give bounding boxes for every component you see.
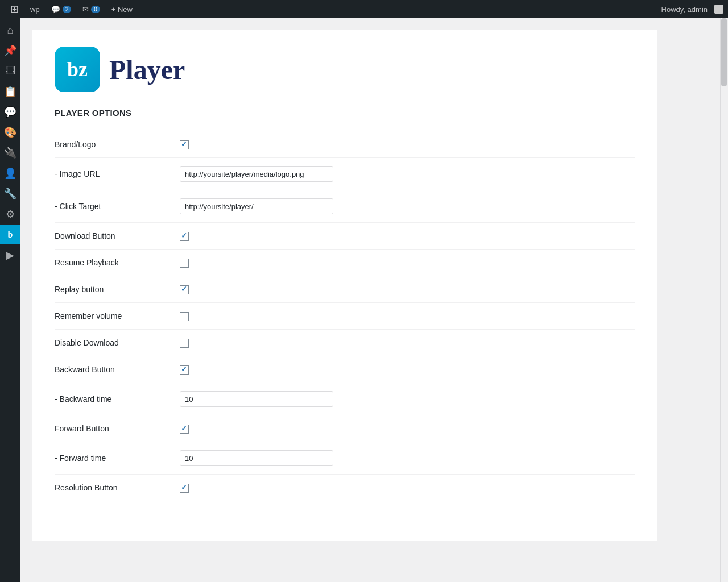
sidebar-item-posts[interactable]: 📌 (0, 41, 20, 60)
sidebar-item-dashboard[interactable]: ⌂ (0, 20, 20, 40)
download-button-checkbox[interactable] (180, 232, 189, 241)
replay-button-checkbox[interactable] (180, 285, 189, 294)
disable-download-label: Disable Download (55, 330, 180, 356)
backward-button-checkbox[interactable] (180, 365, 189, 375)
disable-download-checkbox[interactable] (180, 339, 189, 348)
content-card: bz Player PLAYER OPTIONS Brand/Logo - Im… (32, 30, 657, 541)
click-target-input[interactable] (180, 198, 333, 214)
resolution-button-control (180, 475, 635, 501)
admin-sidebar: ⌂ 📌 🎞 📋 💬 🎨 🔌 👤 🔧 ⚙ b ▶ (0, 18, 20, 582)
comments-link[interactable]: 💬 2 (46, 0, 77, 18)
click-target-control (180, 190, 635, 223)
messages-link[interactable]: ✉ 0 (77, 0, 106, 18)
option-row-remember-volume: Remember volume (55, 303, 635, 330)
brand-logo-checkbox[interactable] (180, 140, 189, 149)
resolution-button-label: Resolution Button (55, 475, 180, 501)
image-url-input[interactable] (180, 166, 333, 182)
brand-logo-control (180, 131, 635, 158)
howdy-text: Howdy, admin (657, 5, 712, 14)
site-name: wp (30, 5, 40, 14)
sidebar-item-comments[interactable]: 💬 (0, 102, 20, 122)
backward-button-label: Backward Button (55, 356, 180, 383)
option-row-replay-button: Replay button (55, 276, 635, 303)
remember-volume-checkbox[interactable] (180, 312, 189, 321)
sidebar-item-tools[interactable]: 🔧 (0, 184, 20, 203)
messages-icon: ✉ (82, 5, 89, 14)
backward-time-control (180, 383, 635, 415)
scrollbar-thumb[interactable] (721, 18, 727, 86)
remember-volume-control (180, 303, 635, 330)
plugin-title: Player (109, 54, 185, 85)
sidebar-item-settings[interactable]: ⚙ (0, 205, 20, 224)
main-content: bz Player PLAYER OPTIONS Brand/Logo - Im… (20, 18, 728, 582)
sidebar-item-media[interactable]: 🎞 (0, 61, 20, 81)
comments-count: 2 (63, 6, 72, 13)
download-button-control (180, 223, 635, 250)
admin-avatar (714, 5, 723, 14)
image-url-control (180, 158, 635, 190)
download-button-label: Download Button (55, 223, 180, 250)
resolution-button-checkbox[interactable] (180, 484, 189, 493)
option-row-backward-time: - Backward time (55, 383, 635, 415)
click-target-label: - Click Target (55, 190, 180, 223)
sidebar-item-plugins[interactable]: 🔌 (0, 143, 20, 163)
comments-icon: 💬 (51, 5, 60, 14)
new-content-link[interactable]: + New (106, 0, 138, 18)
replay-button-label: Replay button (55, 276, 180, 303)
wp-icon: ⊞ (10, 3, 19, 15)
option-row-download-button: Download Button (55, 223, 635, 250)
forward-button-label: Forward Button (55, 415, 180, 442)
sidebar-item-users[interactable]: 👤 (0, 164, 20, 183)
backward-button-control (180, 356, 635, 383)
backward-time-input[interactable] (180, 391, 333, 407)
backward-time-label: - Backward time (55, 383, 180, 415)
option-row-forward-button: Forward Button (55, 415, 635, 442)
forward-button-checkbox[interactable] (180, 425, 189, 434)
option-row-resolution-button: Resolution Button (55, 475, 635, 501)
brand-logo-label: Brand/Logo (55, 131, 180, 158)
wp-logo-link[interactable]: ⊞ (5, 0, 24, 18)
scrollbar[interactable] (720, 18, 728, 582)
player-options-table: Brand/Logo - Image URL - Click Target (55, 131, 635, 501)
replay-button-control (180, 276, 635, 303)
forward-button-control (180, 415, 635, 442)
plugin-logo-box: bz (55, 47, 100, 92)
resume-playback-checkbox[interactable] (180, 259, 189, 268)
forward-time-input[interactable] (180, 450, 333, 466)
sidebar-item-bz-player[interactable]: b (0, 225, 20, 244)
image-url-label: - Image URL (55, 158, 180, 190)
sidebar-item-appearance[interactable]: 🎨 (0, 123, 20, 142)
option-row-brand-logo: Brand/Logo (55, 131, 635, 158)
option-row-click-target: - Click Target (55, 190, 635, 223)
resume-playback-control (180, 250, 635, 276)
sidebar-item-video[interactable]: ▶ (0, 246, 20, 265)
option-row-image-url: - Image URL (55, 158, 635, 190)
messages-count: 0 (91, 6, 100, 13)
section-title: PLAYER OPTIONS (55, 108, 635, 118)
plugin-header: bz Player (55, 47, 635, 92)
sidebar-item-pages[interactable]: 📋 (0, 82, 20, 101)
new-content-label: + New (111, 5, 133, 14)
forward-time-label: - Forward time (55, 442, 180, 475)
option-row-forward-time: - Forward time (55, 442, 635, 475)
forward-time-control (180, 442, 635, 475)
resume-playback-label: Resume Playback (55, 250, 180, 276)
logo-bz-text: bz (67, 57, 88, 81)
remember-volume-label: Remember volume (55, 303, 180, 330)
site-name-link[interactable]: wp (24, 0, 46, 18)
option-row-backward-button: Backward Button (55, 356, 635, 383)
admin-bar: ⊞ wp 💬 2 ✉ 0 + New Howdy, admin (0, 0, 728, 18)
disable-download-control (180, 330, 635, 356)
option-row-resume-playback: Resume Playback (55, 250, 635, 276)
option-row-disable-download: Disable Download (55, 330, 635, 356)
